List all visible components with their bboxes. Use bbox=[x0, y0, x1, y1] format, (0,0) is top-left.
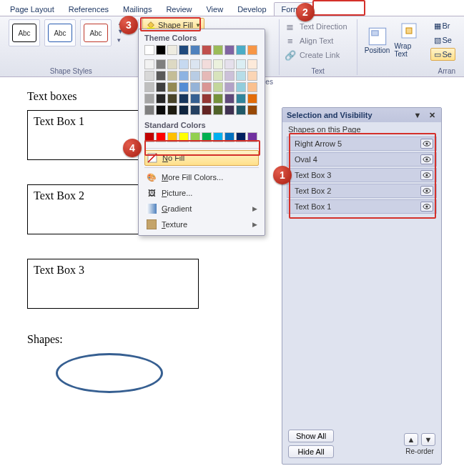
color-swatch[interactable] bbox=[202, 59, 212, 69]
color-swatch[interactable] bbox=[156, 45, 166, 55]
color-swatch[interactable] bbox=[179, 45, 189, 55]
wrap-text-button[interactable]: Wrap Text bbox=[395, 19, 426, 61]
color-swatch[interactable] bbox=[236, 45, 246, 55]
shape-style-sample-2[interactable]: Abc bbox=[44, 19, 76, 46]
color-swatch[interactable] bbox=[236, 71, 246, 81]
color-swatch[interactable] bbox=[247, 59, 257, 69]
color-swatch[interactable] bbox=[224, 94, 235, 104]
svg-rect-8 bbox=[147, 219, 157, 229]
text-box-3[interactable]: Text Box 3 bbox=[27, 259, 199, 309]
group-shape-styles: Abc Abc Abc ▲ ▼ ▾ Shape Styles bbox=[4, 19, 139, 75]
color-swatch[interactable] bbox=[190, 105, 200, 115]
color-swatch[interactable] bbox=[179, 59, 189, 69]
color-swatch[interactable] bbox=[202, 71, 212, 81]
bring-forward-button[interactable]: ▦Br bbox=[430, 19, 455, 32]
color-swatch[interactable] bbox=[213, 105, 223, 115]
shape-fill-dropdown: Theme Colors Standard Colors No Fill 🎨 M… bbox=[138, 29, 265, 236]
tab-review[interactable]: Review bbox=[159, 3, 199, 16]
selection-pane-title: Selection and Visibility bbox=[287, 111, 372, 119]
tab-developer[interactable]: Develop bbox=[230, 3, 273, 16]
color-swatch[interactable] bbox=[247, 94, 257, 104]
color-swatch[interactable] bbox=[213, 71, 223, 81]
color-swatch[interactable] bbox=[213, 94, 223, 104]
text-direction-label: Text Direction bbox=[300, 22, 347, 31]
color-swatch[interactable] bbox=[179, 71, 189, 81]
color-swatch[interactable] bbox=[236, 94, 246, 104]
color-swatch[interactable] bbox=[144, 105, 154, 115]
color-swatch[interactable] bbox=[213, 82, 223, 92]
submenu-arrow-icon: ▶ bbox=[252, 221, 257, 228]
color-swatch[interactable] bbox=[144, 82, 154, 92]
tab-references[interactable]: References bbox=[61, 3, 116, 16]
color-swatch[interactable] bbox=[224, 45, 235, 55]
color-swatch[interactable] bbox=[167, 105, 177, 115]
submenu-arrow-icon: ▶ bbox=[252, 205, 257, 212]
create-link-button[interactable]: 🔗 Create Link bbox=[284, 48, 352, 62]
texture-fill-item[interactable]: Texture ▶ bbox=[142, 217, 262, 232]
color-swatch[interactable] bbox=[202, 94, 212, 104]
color-swatch[interactable] bbox=[179, 82, 189, 92]
color-swatch[interactable] bbox=[167, 59, 177, 69]
color-swatch[interactable] bbox=[202, 105, 212, 115]
color-swatch[interactable] bbox=[156, 59, 166, 69]
color-swatch[interactable] bbox=[190, 45, 200, 55]
hide-all-button[interactable]: Hide All bbox=[288, 445, 334, 458]
color-swatch[interactable] bbox=[190, 71, 200, 81]
color-swatch[interactable] bbox=[156, 71, 166, 81]
color-swatch[interactable] bbox=[190, 94, 200, 104]
tab-view[interactable]: View bbox=[199, 3, 230, 16]
selection-pane-button[interactable]: ▭Se bbox=[430, 48, 455, 61]
color-swatch[interactable] bbox=[167, 45, 177, 55]
color-swatch[interactable] bbox=[156, 94, 166, 104]
color-swatch[interactable] bbox=[190, 82, 200, 92]
color-swatch[interactable] bbox=[167, 82, 177, 92]
color-swatch[interactable] bbox=[167, 94, 177, 104]
color-swatch[interactable] bbox=[236, 59, 246, 69]
picture-fill-item[interactable]: 🖼 Picture... bbox=[142, 185, 262, 201]
pane-menu-icon[interactable]: ▼ bbox=[413, 110, 423, 120]
color-swatch[interactable] bbox=[224, 71, 235, 81]
color-swatch[interactable] bbox=[190, 59, 200, 69]
color-swatch[interactable] bbox=[247, 105, 257, 115]
more-fill-colors-item[interactable]: 🎨 More Fill Colors... bbox=[142, 169, 262, 185]
color-swatch[interactable] bbox=[224, 105, 235, 115]
shape-style-sample-1[interactable]: Abc bbox=[9, 19, 40, 46]
close-icon[interactable]: ✕ bbox=[427, 110, 437, 120]
reorder-up-button[interactable]: ▲ bbox=[404, 433, 418, 446]
color-swatch[interactable] bbox=[224, 59, 235, 69]
color-swatch[interactable] bbox=[202, 82, 212, 92]
color-swatch[interactable] bbox=[144, 45, 154, 55]
gallery-more-icon[interactable]: ▾ bbox=[117, 36, 124, 44]
color-swatch[interactable] bbox=[179, 94, 189, 104]
position-button[interactable]: Position bbox=[362, 19, 393, 61]
reorder-down-button[interactable]: ▼ bbox=[421, 433, 435, 446]
pane-bottom-controls: Show All Hide All ▲ ▼ Re-order bbox=[282, 425, 441, 464]
texture-icon bbox=[146, 219, 157, 230]
color-swatch[interactable] bbox=[236, 82, 246, 92]
color-swatch[interactable] bbox=[247, 71, 257, 81]
tab-mailings[interactable]: Mailings bbox=[116, 3, 159, 16]
color-swatch[interactable] bbox=[156, 82, 166, 92]
tab-page-layout[interactable]: Page Layout bbox=[3, 3, 61, 16]
color-swatch[interactable] bbox=[247, 45, 257, 55]
align-text-button[interactable]: ≡ Align Text bbox=[284, 34, 352, 48]
theme-color-tints bbox=[142, 59, 262, 119]
color-swatch[interactable] bbox=[236, 105, 246, 115]
send-backward-button[interactable]: ▧Se bbox=[430, 34, 455, 46]
color-swatch[interactable] bbox=[213, 59, 223, 69]
show-all-button[interactable]: Show All bbox=[288, 430, 334, 442]
color-swatch[interactable] bbox=[202, 45, 212, 55]
gradient-fill-item[interactable]: Gradient ▶ bbox=[142, 201, 262, 217]
shape-style-sample-3[interactable]: Abc bbox=[80, 19, 112, 46]
color-swatch[interactable] bbox=[179, 105, 189, 115]
color-swatch[interactable] bbox=[167, 71, 177, 81]
color-swatch[interactable] bbox=[144, 71, 154, 81]
color-swatch[interactable] bbox=[213, 45, 223, 55]
color-swatch[interactable] bbox=[156, 105, 166, 115]
color-swatch[interactable] bbox=[144, 59, 154, 69]
oval-shape[interactable] bbox=[56, 353, 163, 393]
text-direction-button[interactable]: ≣ Text Direction bbox=[284, 19, 352, 34]
color-swatch[interactable] bbox=[247, 82, 257, 92]
color-swatch[interactable] bbox=[144, 94, 154, 104]
color-swatch[interactable] bbox=[224, 82, 235, 92]
